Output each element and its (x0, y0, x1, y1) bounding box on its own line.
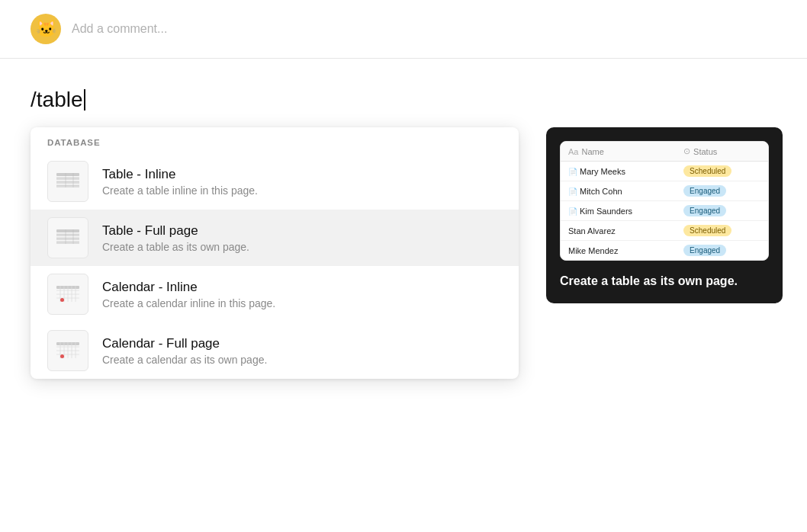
editor-area: /table DATABASE Table - Inlin (0, 59, 807, 114)
menu-item-calendar-inline[interactable]: Calendar - Inline Create a calendar inli… (31, 266, 519, 322)
preview-header-name: Aa Name (561, 142, 676, 162)
row-name: 📄Mary Meeks (561, 162, 676, 181)
svg-rect-2 (56, 181, 79, 184)
table-full-page-text: Table - Full page Create a table as its … (102, 223, 249, 253)
slash-command-input[interactable]: /table (31, 86, 776, 114)
svg-rect-3 (56, 185, 79, 187)
calendar-full-page-desc: Create a calendar as its own page. (102, 354, 267, 366)
menu-item-table-inline[interactable]: Table - Inline Create a table inline in … (31, 153, 519, 210)
calendar-full-page-text: Calendar - Full page Create a calendar a… (102, 336, 267, 366)
svg-rect-11 (56, 238, 79, 240)
preview-table-container: Aa Name ⊙ Status (560, 141, 769, 261)
status-header-icon: ⊙ (683, 146, 690, 156)
svg-rect-0 (56, 173, 79, 176)
row-name: 📄Mitch Cohn (561, 181, 676, 201)
preview-header-status: ⊙ Status (676, 142, 768, 162)
row-status: Scheduled (676, 221, 768, 241)
table-row: 📄Mitch Cohn Engaged (561, 181, 768, 201)
svg-rect-10 (56, 234, 79, 236)
preview-caption: Create a table as its own page. (546, 261, 783, 303)
table-row: 📄Kim Saunders Engaged (561, 201, 768, 221)
svg-point-37 (60, 354, 64, 358)
calendar-inline-icon (47, 274, 88, 315)
menu-item-table-full-page[interactable]: Table - Full page Create a table as its … (31, 210, 519, 266)
preview-panel: Aa Name ⊙ Status (546, 127, 783, 303)
table-row: 📄Mary Meeks Scheduled (561, 162, 768, 181)
calendar-inline-desc: Create a calendar inline in this page. (102, 297, 275, 309)
calendar-full-page-title: Calendar - Full page (102, 336, 267, 351)
svg-rect-1 (56, 178, 79, 180)
comment-placeholder[interactable]: Add a comment... (72, 22, 167, 36)
svg-rect-9 (56, 229, 79, 232)
row-status: Engaged (676, 241, 768, 261)
comment-area: 🐱 Add a comment... (0, 0, 807, 59)
table-full-page-title: Table - Full page (102, 223, 249, 239)
section-label-database: DATABASE (31, 127, 519, 153)
row-name: Mike Mendez (561, 241, 676, 261)
table-inline-icon (47, 161, 88, 202)
row-name: 📄Kim Saunders (561, 201, 676, 221)
preview-table: Aa Name ⊙ Status (561, 142, 768, 260)
svg-rect-12 (56, 242, 79, 244)
calendar-full-page-icon (47, 330, 88, 371)
table-row: Mike Mendez Engaged (561, 241, 768, 261)
table-row: Stan Alvarez Scheduled (561, 221, 768, 241)
table-full-page-desc: Create a table as its own page. (102, 241, 249, 253)
table-inline-text: Table - Inline Create a table inline in … (102, 167, 258, 197)
row-status: Engaged (676, 181, 768, 201)
row-name: Stan Alvarez (561, 221, 676, 241)
table-full-page-icon (47, 217, 88, 258)
command-menu: DATABASE Table - Inline Create a ta (31, 127, 519, 379)
calendar-inline-title: Calendar - Inline (102, 280, 275, 295)
row-status: Engaged (676, 201, 768, 221)
table-inline-title: Table - Inline (102, 167, 258, 182)
svg-point-27 (60, 298, 64, 302)
name-header-icon: Aa (568, 147, 578, 156)
row-status: Scheduled (676, 162, 768, 181)
calendar-inline-text: Calendar - Inline Create a calendar inli… (102, 280, 275, 309)
table-inline-desc: Create a table inline in this page. (102, 184, 258, 197)
menu-item-calendar-full-page[interactable]: Calendar - Full page Create a calendar a… (31, 322, 519, 379)
user-avatar: 🐱 (31, 14, 61, 44)
